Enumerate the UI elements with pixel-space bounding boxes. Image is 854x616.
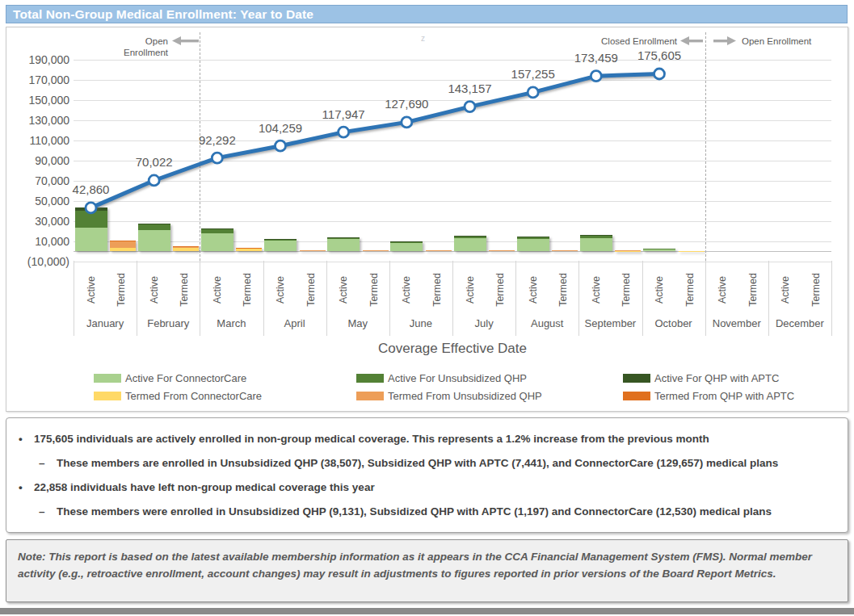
line-marker	[339, 127, 349, 137]
month-label: September	[578, 317, 642, 329]
bar-segment	[489, 250, 515, 251]
board-report-page: Total Non-Group Medical Enrollment: Year…	[0, 0, 854, 616]
bar-segment	[75, 207, 107, 210]
gridline	[74, 120, 831, 121]
month-label: October	[642, 317, 705, 329]
x-axis-line	[74, 251, 831, 252]
bar-segment	[552, 250, 578, 251]
subcategory-label-active: Active	[401, 266, 412, 314]
subcategory-label-termed: Termed	[621, 266, 632, 314]
y-tick-label: 190,000	[8, 53, 69, 66]
y-tick-label: 70,000	[8, 174, 69, 187]
bullet-icon: •	[16, 432, 34, 446]
bar-active-july	[454, 236, 486, 251]
subcategory-label-active: Active	[275, 266, 286, 314]
bar-termed-september	[615, 250, 641, 251]
data-point-label: 104,259	[259, 122, 302, 135]
line-marker	[402, 117, 412, 128]
data-point-label: 42,860	[73, 183, 110, 196]
month-label: May	[326, 317, 389, 329]
subcategory-label-termed: Termed	[116, 266, 127, 314]
subcategory-label-termed: Termed	[368, 266, 380, 314]
bar-termed-february	[173, 246, 199, 251]
bar-segment	[110, 248, 136, 252]
y-tick-label: 170,000	[8, 73, 69, 86]
subcategory-label-active: Active	[654, 266, 665, 314]
bar-segment	[264, 239, 297, 241]
month-label: December	[768, 317, 831, 329]
enrollment-chart-panel: Open Enrollment z Closed Enrollment Open…	[6, 27, 848, 412]
bar-segment	[390, 241, 423, 243]
bar-segment	[264, 241, 297, 251]
bar-termed-may	[363, 250, 389, 251]
y-tick-label: (10,000)	[8, 255, 69, 268]
bar-segment	[517, 239, 549, 251]
month-label: November	[705, 317, 768, 329]
line-marker	[276, 140, 286, 151]
dash-icon: –	[37, 505, 57, 518]
data-point-label: 173,459	[574, 52, 618, 65]
bar-segment	[138, 224, 170, 224]
bullet-text: These members are enrolled in Unsubsidiz…	[57, 456, 778, 470]
subcategory-label-termed: Termed	[305, 266, 317, 314]
page-bottom-divider	[0, 608, 854, 614]
subcategory-label-active: Active	[591, 266, 602, 314]
subcategory-label-active: Active	[212, 266, 223, 314]
bullet-active-breakdown: – These members are enrolled in Unsubsid…	[16, 456, 833, 470]
bar-active-january	[75, 207, 107, 251]
gridline	[74, 100, 831, 101]
gridline	[74, 60, 831, 61]
bar-segment	[138, 224, 170, 230]
bar-segment	[110, 241, 136, 241]
gridline	[74, 181, 831, 182]
y-tick-label: 90,000	[8, 154, 69, 167]
bar-active-april	[264, 239, 297, 251]
bar-segment	[201, 233, 233, 251]
y-tick-label: 10,000	[8, 235, 69, 248]
line-marker	[528, 87, 538, 98]
month-label: January	[74, 317, 137, 329]
bar-termed-june	[426, 250, 452, 251]
bar-segment	[201, 228, 233, 229]
bar-segment	[327, 239, 360, 251]
subcategory-label-termed: Termed	[810, 266, 822, 314]
data-point-label: 175,605	[637, 49, 681, 62]
subcategory-label-termed: Termed	[242, 266, 253, 314]
data-point-label: 143,157	[448, 82, 491, 95]
gridline	[74, 161, 831, 161]
gridline	[74, 80, 831, 81]
bar-segment	[75, 211, 107, 228]
bar-segment	[173, 248, 199, 251]
bar-segment	[390, 243, 423, 251]
bar-segment	[327, 237, 360, 239]
data-point-label: 92,292	[199, 134, 236, 147]
bar-segment	[580, 238, 612, 251]
footnote-panel: Note: This report is based on the latest…	[6, 539, 848, 602]
bullet-text: These members were enrolled in Unsubsidi…	[57, 505, 772, 518]
subcategory-label-termed: Termed	[684, 266, 696, 314]
month-label: February	[137, 317, 200, 329]
bar-segment	[201, 229, 233, 233]
subcategory-label-active: Active	[528, 266, 539, 314]
subcategory-label-active: Active	[717, 266, 728, 314]
bar-termed-march	[236, 248, 262, 251]
subcategory-label-active: Active	[86, 266, 97, 314]
bar-segment	[236, 248, 262, 249]
y-tick-label: 50,000	[8, 195, 69, 207]
x-axis-title: Coverage Effective Date	[74, 341, 831, 357]
bar-termed-august	[552, 250, 578, 251]
subcategory-label-active: Active	[149, 266, 160, 314]
page-title-text: Total Non-Group Medical Enrollment: Year…	[13, 7, 313, 21]
y-tick-label: 110,000	[8, 134, 69, 147]
category-separator	[831, 261, 832, 336]
month-label: June	[389, 317, 452, 329]
y-tick-label: 130,000	[8, 114, 69, 127]
gridline	[74, 201, 831, 202]
month-label: April	[263, 317, 326, 329]
data-point-label: 117,947	[322, 108, 365, 121]
bar-active-may	[327, 237, 360, 251]
bullet-termed-enrollment: • 22,858 individuals have left non-group…	[16, 480, 833, 494]
bar-segment	[454, 236, 486, 238]
summary-bullets-panel: • 175,605 individuals are actively enrol…	[6, 417, 848, 533]
bar-segment	[580, 235, 612, 236]
